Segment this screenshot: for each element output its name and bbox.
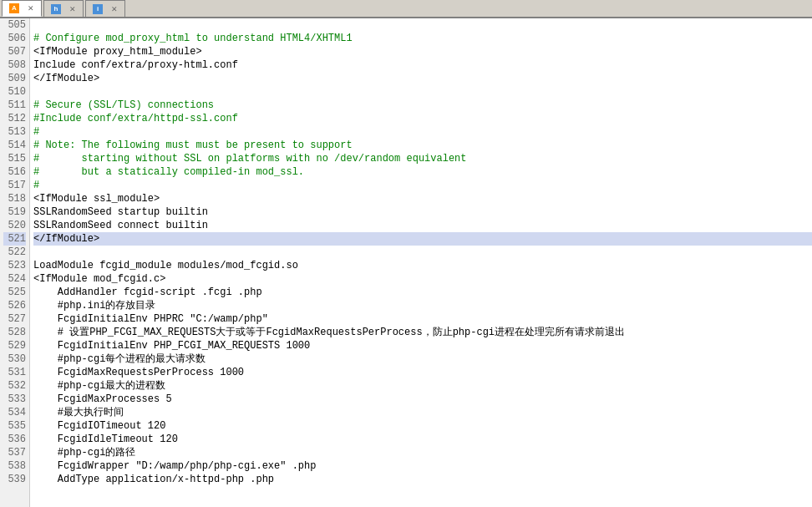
- code-line-525: AddHandler fcgid-script .fcgi .php: [33, 286, 812, 299]
- hosts-icon: h: [51, 4, 61, 14]
- code-line-522: [33, 246, 812, 259]
- line-num-536: 536: [3, 433, 26, 446]
- tab-index-close[interactable]: ✕: [111, 5, 118, 13]
- code-line-513: #: [33, 125, 812, 139]
- line-num-525: 525: [3, 286, 26, 299]
- line-num-535: 535: [3, 419, 26, 433]
- line-num-533: 533: [3, 393, 26, 406]
- code-line-523: LoadModule fcgid_module modules/mod_fcgi…: [33, 259, 812, 272]
- line-num-507: 507: [3, 45, 26, 58]
- code-line-520: SSLRandomSeed connect builtin: [33, 219, 812, 232]
- code-line-518: <IfModule ssl_module>: [33, 192, 812, 205]
- tab-hosts-close[interactable]: ✕: [69, 5, 76, 13]
- line-num-524: 524: [3, 272, 26, 286]
- line-num-526: 526: [3, 299, 26, 312]
- line-num-514: 514: [3, 139, 26, 152]
- code-line-535: FcgidIOTimeout 120: [33, 419, 812, 433]
- line-num-534: 534: [3, 406, 26, 419]
- line-num-538: 538: [3, 459, 26, 473]
- httpd-icon: A: [9, 3, 19, 13]
- code-line-527: FcgidInitialEnv PHPRC "C:/wamp/php": [33, 312, 812, 326]
- code-line-509: </IfModule>: [33, 72, 812, 85]
- code-line-515: # starting without SSL on platforms with…: [33, 152, 812, 165]
- tab-index[interactable]: i ✕: [85, 0, 125, 17]
- line-num-539: 539: [3, 473, 26, 486]
- line-num-508: 508: [3, 58, 26, 72]
- line-num-530: 530: [3, 352, 26, 366]
- code-line-511: # Secure (SSL/TLS) connections: [33, 99, 812, 112]
- line-num-509: 509: [3, 72, 26, 85]
- line-num-521: 521: [3, 232, 26, 246]
- tab-hosts[interactable]: h ✕: [43, 0, 84, 17]
- tab-httpd-close[interactable]: ✕: [28, 4, 34, 13]
- code-line-533: FcgidMaxProcesses 5: [33, 393, 812, 406]
- code-line-507: <IfModule proxy_html_module>: [33, 45, 812, 58]
- code-line-530: #php-cgi每个进程的最大请求数: [33, 352, 812, 366]
- line-num-532: 532: [3, 379, 26, 393]
- line-num-515: 515: [3, 152, 26, 165]
- code-line-505: [33, 18, 812, 32]
- line-numbers: 5055065075085095105115125135145155165175…: [0, 18, 30, 507]
- line-num-529: 529: [3, 339, 26, 352]
- line-num-519: 519: [3, 205, 26, 219]
- code-line-519: SSLRandomSeed startup builtin: [33, 205, 812, 219]
- line-num-528: 528: [3, 326, 26, 339]
- code-line-528: # 设置PHP_FCGI_MAX_REQUESTS大于或等于FcgidMaxRe…: [33, 326, 812, 339]
- line-num-537: 537: [3, 446, 26, 459]
- editor-area: 5055065075085095105115125135145155165175…: [0, 18, 812, 507]
- code-container: 5055065075085095105115125135145155165175…: [0, 18, 812, 507]
- code-line-534: #最大执行时间: [33, 406, 812, 419]
- code-line-539: AddType application/x-httpd-php .php: [33, 473, 812, 486]
- code-line-510: [33, 85, 812, 99]
- code-line-514: # Note: The following must must be prese…: [33, 139, 812, 152]
- code-line-516: # but a statically compiled-in mod_ssl.: [33, 165, 812, 179]
- code-line-537: #php-cgi的路径: [33, 446, 812, 459]
- line-num-527: 527: [3, 312, 26, 326]
- code-line-536: FcgidIdleTimeout 120: [33, 433, 812, 446]
- code-line-506: # Configure mod_proxy_html to understand…: [33, 32, 812, 45]
- code-line-512: #Include conf/extra/httpd-ssl.conf: [33, 112, 812, 125]
- line-num-520: 520: [3, 219, 26, 232]
- line-num-512: 512: [3, 112, 26, 125]
- line-num-511: 511: [3, 99, 26, 112]
- line-num-505: 505: [3, 18, 26, 32]
- code-line-526: #php.ini的存放目录: [33, 299, 812, 312]
- code-line-521: </IfModule>: [33, 232, 812, 246]
- line-num-506: 506: [3, 32, 26, 45]
- line-num-522: 522: [3, 246, 26, 259]
- code-line-538: FcgidWrapper "D:/wamp/php/php-cgi.exe" .…: [33, 459, 812, 473]
- line-num-513: 513: [3, 125, 26, 139]
- tab-bar: A ✕ h ✕ i ✕: [0, 0, 812, 18]
- code-line-532: #php-cgi最大的进程数: [33, 379, 812, 393]
- code-line-517: #: [33, 179, 812, 192]
- code-line-508: Include conf/extra/proxy-html.conf: [33, 58, 812, 72]
- index-icon: i: [93, 4, 103, 14]
- line-num-523: 523: [3, 259, 26, 272]
- code-line-524: <IfModule mod_fcgid.c>: [33, 272, 812, 286]
- line-num-517: 517: [3, 179, 26, 192]
- line-num-531: 531: [3, 366, 26, 379]
- line-num-510: 510: [3, 85, 26, 99]
- code-content[interactable]: # Configure mod_proxy_html to understand…: [30, 18, 812, 507]
- line-num-518: 518: [3, 192, 26, 205]
- tab-httpd[interactable]: A ✕: [2, 0, 42, 17]
- code-line-531: FcgidMaxRequestsPerProcess 1000: [33, 366, 812, 379]
- code-line-529: FcgidInitialEnv PHP_FCGI_MAX_REQUESTS 10…: [33, 339, 812, 352]
- line-num-516: 516: [3, 165, 26, 179]
